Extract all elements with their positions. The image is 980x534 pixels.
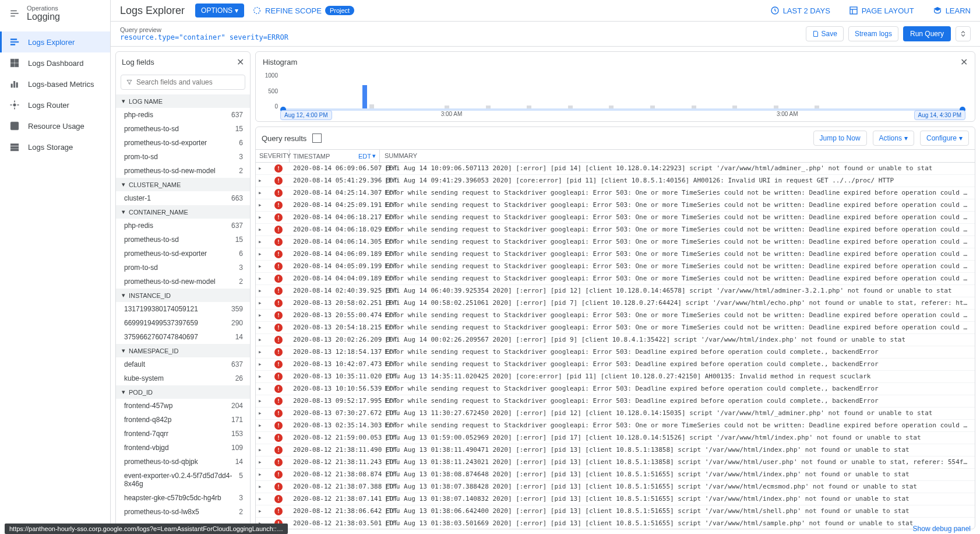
log-row[interactable]: ▸ ! 2020-08-12 21:38:07.388 EDT [Thu Aug… <box>256 481 975 493</box>
log-field-value[interactable]: event-exporter-v0.2.4-5f7d5d7dd4-8x46g5 <box>116 469 250 491</box>
log-field-value[interactable]: frontend-457wp204 <box>116 399 250 413</box>
expand-row-chevron[interactable]: ▸ <box>256 493 267 504</box>
expand-row-chevron[interactable]: ▸ <box>256 248 267 259</box>
expand-row-chevron[interactable]: ▸ <box>256 297 267 308</box>
log-field-value[interactable]: 375966276074784069714 <box>116 330 250 344</box>
log-row[interactable]: ▸ ! 2020-08-14 04:25:09.191 EDT Error wh… <box>256 199 975 212</box>
col-severity[interactable]: SEVERITY <box>256 150 290 162</box>
log-row[interactable]: ▸ ! 2020-08-14 02:40:39.925 EDT [Fri Aug… <box>256 285 975 297</box>
log-row[interactable]: ▸ ! 2020-08-14 05:41:29.396 EDT [Fri Aug… <box>256 175 975 187</box>
log-row[interactable]: ▸ ! 2020-08-14 04:06:18.029 EDT Error wh… <box>256 224 975 236</box>
expand-row-chevron[interactable]: ▸ <box>256 273 267 284</box>
log-field-value[interactable]: cluster-1663 <box>116 191 250 205</box>
col-timestamp[interactable]: TIMESTAMP EDT ▾ <box>290 150 380 162</box>
expand-row-chevron[interactable]: ▸ <box>256 224 267 235</box>
log-fields-group-instance_id[interactable]: ▾INSTANCE_ID <box>116 289 250 302</box>
expand-row-chevron[interactable]: ▸ <box>256 310 267 321</box>
log-field-value[interactable]: prometheus-to-sd-qbjpk14 <box>116 455 250 469</box>
log-row[interactable]: ▸ ! 2020-08-13 09:52:17.995 EDT Error wh… <box>256 395 975 407</box>
options-button[interactable]: OPTIONS ▾ <box>195 3 244 17</box>
query-preview-code[interactable]: resource.type="container" severity=ERROR <box>120 33 796 41</box>
histogram-bar[interactable] <box>362 85 367 110</box>
log-fields-group-log name[interactable]: ▾LOG NAME <box>116 94 250 108</box>
log-row[interactable]: ▸ ! 2020-08-12 21:38:11.490 EDT [Thu Aug… <box>256 444 975 456</box>
expand-row-chevron[interactable]: ▸ <box>256 407 267 419</box>
expand-row-chevron[interactable]: ▸ <box>256 322 267 333</box>
expand-row-chevron[interactable]: ▸ <box>256 285 267 296</box>
expand-results-button[interactable] <box>312 134 322 143</box>
sidebar-item-logs-explorer[interactable]: Logs Explorer <box>0 31 110 52</box>
log-field-value[interactable]: php-redis637 <box>116 108 250 122</box>
log-row[interactable]: ▸ ! 2020-08-14 04:06:14.305 EDT Error wh… <box>256 236 975 248</box>
log-row[interactable]: ▸ ! 2020-08-14 04:06:18.217 EDT Error wh… <box>256 212 975 224</box>
log-row[interactable]: ▸ ! 2020-08-12 21:38:07.141 EDT [Thu Aug… <box>256 493 975 505</box>
expand-row-chevron[interactable]: ▸ <box>256 261 267 272</box>
log-fields-search-input[interactable] <box>136 78 240 86</box>
log-fields-group-container_name[interactable]: ▾CONTAINER_NAME <box>116 205 250 219</box>
expand-row-chevron[interactable]: ▸ <box>256 359 267 370</box>
log-row[interactable]: ▸ ! 2020-08-12 21:38:11.243 EDT [Thu Aug… <box>256 456 975 469</box>
expand-row-chevron[interactable]: ▸ <box>256 163 267 174</box>
col-summary[interactable]: SUMMARY <box>380 150 975 162</box>
log-row[interactable]: ▸ ! 2020-08-13 10:10:56.539 EDT Error wh… <box>256 383 975 395</box>
expand-row-chevron[interactable]: ▸ <box>256 383 267 394</box>
log-row[interactable]: ▸ ! 2020-08-12 21:59:00.053 EDT [Thu Aug… <box>256 432 975 444</box>
expand-row-chevron[interactable]: ▸ <box>256 505 267 517</box>
log-field-value[interactable]: prometheus-to-sd15 <box>116 233 250 247</box>
close-histogram-button[interactable]: ✕ <box>960 57 968 68</box>
log-field-value[interactable]: prom-to-sd3 <box>116 150 250 164</box>
log-field-value[interactable]: kube-system26 <box>116 371 250 385</box>
log-field-value[interactable]: frontend-q842p171 <box>116 413 250 427</box>
expand-row-chevron[interactable]: ▸ <box>256 199 267 210</box>
stream-logs-button[interactable]: Stream logs <box>848 26 898 41</box>
log-field-value[interactable]: 1317199380174059121359 <box>116 302 250 316</box>
close-log-fields-button[interactable]: ✕ <box>237 57 244 68</box>
log-row[interactable]: ▸ ! 2020-08-13 10:35:11.020 EDT [Thu Aug… <box>256 371 975 383</box>
log-row[interactable]: ▸ ! 2020-08-14 04:04:09.189 EDT Error wh… <box>256 273 975 285</box>
expand-row-chevron[interactable]: ▸ <box>256 236 267 247</box>
sidebar-item-logs-router[interactable]: Logs Router <box>0 94 110 115</box>
log-field-value[interactable]: prometheus-to-sd-exporter6 <box>116 136 250 150</box>
expand-row-chevron[interactable]: ▸ <box>256 346 267 357</box>
expand-row-chevron[interactable]: ▸ <box>256 395 267 406</box>
log-fields-group-cluster_name[interactable]: ▾CLUSTER_NAME <box>116 178 250 191</box>
log-row[interactable]: ▸ ! 2020-08-14 04:05:09.199 EDT Error wh… <box>256 261 975 273</box>
histogram-chart[interactable]: 1000 500 0 3:00 AM3:00 AM Aug 12, 4:00 P… <box>280 72 965 119</box>
sidebar-item-logs-dashboard[interactable]: Logs Dashboard <box>0 52 110 73</box>
log-row[interactable]: ▸ ! 2020-08-14 04:25:14.307 EDT Error wh… <box>256 187 975 199</box>
show-debug-panel-link[interactable]: Show debug panel <box>913 525 971 533</box>
log-field-value[interactable]: php-redis637 <box>116 219 250 233</box>
log-row[interactable]: ▸ ! 2020-08-13 02:35:14.303 EDT Error wh… <box>256 420 975 432</box>
save-button[interactable]: Save <box>806 26 844 41</box>
log-field-value[interactable]: prometheus-to-sd-new-model2 <box>116 164 250 178</box>
expand-row-chevron[interactable]: ▸ <box>256 175 267 186</box>
log-field-value[interactable]: default637 <box>116 357 250 371</box>
expand-row-chevron[interactable]: ▸ <box>256 334 267 345</box>
log-field-value[interactable]: frontend-vbjgd109 <box>116 441 250 455</box>
page-layout-button[interactable]: PAGE LAYOUT <box>849 6 914 15</box>
expand-row-chevron[interactable]: ▸ <box>256 371 267 382</box>
log-field-value[interactable]: prometheus-to-sd-exporter6 <box>116 247 250 261</box>
run-query-button[interactable]: Run Query <box>903 26 951 41</box>
log-row[interactable]: ▸ ! 2020-08-13 20:55:00.474 EDT Error wh… <box>256 310 975 322</box>
log-row[interactable]: ▸ ! 2020-08-13 07:30:27.672 EDT [Thu Aug… <box>256 407 975 420</box>
log-fields-group-namespace_id[interactable]: ▾NAMESPACE_ID <box>116 344 250 357</box>
expand-row-chevron[interactable]: ▸ <box>256 432 267 443</box>
log-row[interactable]: ▸ ! 2020-08-14 04:06:09.189 EDT Error wh… <box>256 248 975 261</box>
expand-row-chevron[interactable]: ▸ <box>256 420 267 431</box>
log-row[interactable]: ▸ ! 2020-08-13 10:42:07.473 EDT Error wh… <box>256 359 975 371</box>
expand-row-chevron[interactable]: ▸ <box>256 212 267 223</box>
jump-to-now-button[interactable]: Jump to Now <box>813 131 867 146</box>
expand-row-chevron[interactable]: ▸ <box>256 456 267 468</box>
log-field-value[interactable]: frontend-7qqrr153 <box>116 427 250 441</box>
expand-row-chevron[interactable]: ▸ <box>256 187 267 198</box>
log-row[interactable]: ▸ ! 2020-08-13 20:02:26.209 EDT [Fri Aug… <box>256 334 975 346</box>
actions-button[interactable]: Actions ▾ <box>873 131 914 146</box>
log-field-value[interactable]: prometheus-to-sd-lw8x52 <box>116 505 250 519</box>
log-row[interactable]: ▸ ! 2020-08-13 20:58:02.251 EDT [Fri Aug… <box>256 297 975 310</box>
time-range-button[interactable]: LAST 2 DAYS <box>770 6 830 15</box>
configure-button[interactable]: Configure ▾ <box>920 131 969 146</box>
refine-scope-button[interactable]: REFINE SCOPE Project <box>252 6 354 15</box>
log-field-value[interactable]: prometheus-to-sd-new-model2 <box>116 275 250 289</box>
timezone-selector[interactable]: EDT ▾ <box>358 152 376 160</box>
